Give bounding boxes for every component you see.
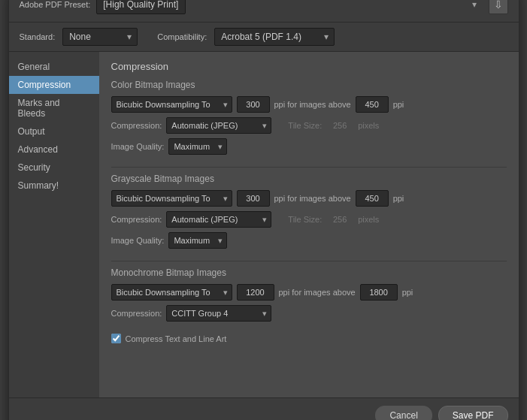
sidebar-item-output[interactable]: Output — [9, 122, 99, 141]
main-content: Compression Color Bitmap Images Do Not D… — [99, 52, 519, 397]
color-bitmap-title: Color Bitmap Images — [111, 80, 507, 90]
preset-label: Adobe PDF Preset: — [20, 0, 91, 9]
body-area: General Compression Marks and Bleeds Out… — [9, 52, 519, 397]
cancel-button[interactable]: Cancel — [375, 406, 432, 420]
compat-label: Compatibility: — [157, 32, 207, 41]
color-quality-label: Image Quality: — [111, 142, 165, 151]
gray-ppi-label: ppi — [393, 194, 404, 203]
color-tile-unit: pixels — [358, 121, 379, 130]
divider-1 — [111, 167, 507, 168]
gray-quality-label: Image Quality: — [111, 236, 165, 245]
color-tile-value: 256 — [326, 121, 353, 130]
color-quality-row: Image Quality: Minimum Low Medium High M… — [111, 138, 507, 155]
mono-bitmap-title: Monochrome Bitmap Images — [111, 267, 507, 278]
color-quality-wrapper: Minimum Low Medium High Maximum — [168, 138, 227, 155]
grayscale-bitmap-section: Grayscale Bitmap Images Do Not Downsampl… — [111, 174, 507, 249]
color-compression-row: Compression: None Automatic (JPEG) JPEG … — [111, 117, 507, 134]
divider-2 — [111, 261, 507, 261]
mono-bitmap-section: Monochrome Bitmap Images Do Not Downsamp… — [111, 267, 507, 322]
color-compression-wrapper: None Automatic (JPEG) JPEG JPEG2000 Loss… — [166, 117, 271, 134]
compat-select[interactable]: Acrobat 4 (PDF 1.3) Acrobat 5 (PDF 1.4) … — [214, 28, 335, 46]
save-preset-button[interactable]: ⇩ — [489, 0, 508, 14]
gray-tile-label: Tile Size: — [288, 215, 322, 224]
mono-ppi-above-label: ppi for images above — [279, 288, 356, 297]
compress-text-row: Compress Text and Line Art — [111, 334, 507, 343]
gray-ppi-input[interactable] — [237, 190, 270, 207]
mono-downsample-row: Do Not Downsample Average Downsampling T… — [111, 284, 507, 301]
mono-downsample-select[interactable]: Do Not Downsample Average Downsampling T… — [111, 284, 232, 301]
color-compression-select[interactable]: None Automatic (JPEG) JPEG JPEG2000 Loss… — [166, 117, 271, 134]
preset-select[interactable]: [High Quality Print] — [96, 0, 186, 14]
gray-compression-wrapper: None Automatic (JPEG) JPEG JPEG2000 Loss… — [166, 211, 271, 228]
sidebar-item-marks-bleeds[interactable]: Marks and Bleeds — [9, 94, 99, 122]
gray-compression-label: Compression: — [111, 215, 162, 224]
color-ppi-above-input[interactable] — [356, 96, 389, 113]
sidebar-item-summary[interactable]: Summary! — [9, 177, 99, 195]
gray-ppi-above-label: ppi for images above — [274, 194, 351, 203]
mono-compression-label: Compression: — [111, 309, 162, 318]
color-tile-label: Tile Size: — [288, 121, 322, 130]
gray-compression-row: Compression: None Automatic (JPEG) JPEG … — [111, 211, 507, 228]
sidebar: General Compression Marks and Bleeds Out… — [9, 52, 99, 397]
color-downsample-row: Do Not Downsample Average Downsampling T… — [111, 96, 507, 113]
gray-downsample-select[interactable]: Do Not Downsample Average Downsampling T… — [111, 190, 232, 207]
gray-downsample-row: Do Not Downsample Average Downsampling T… — [111, 190, 507, 207]
sidebar-item-security[interactable]: Security — [9, 159, 99, 177]
gray-tile-value: 256 — [326, 215, 353, 224]
mono-compression-row: Compression: None CCITT Group 3 CCITT Gr… — [111, 305, 507, 322]
standard-bar: Standard: None PDF/X-1a PDF/X-3 PDF/X-4 … — [9, 23, 519, 52]
gray-quality-row: Image Quality: Minimum Low Medium High M… — [111, 232, 507, 249]
compat-select-wrapper: Acrobat 4 (PDF 1.3) Acrobat 5 (PDF 1.4) … — [214, 28, 335, 46]
color-downsample-wrapper: Do Not Downsample Average Downsampling T… — [111, 96, 232, 113]
color-quality-select[interactable]: Minimum Low Medium High Maximum — [168, 138, 227, 155]
footer: Cancel Save PDF — [9, 397, 519, 420]
color-compression-label: Compression: — [111, 121, 162, 130]
color-bitmap-section: Color Bitmap Images Do Not Downsample Av… — [111, 80, 507, 155]
gray-tile-unit: pixels — [358, 215, 379, 224]
sidebar-item-compression[interactable]: Compression — [9, 76, 99, 94]
standard-select[interactable]: None PDF/X-1a PDF/X-3 PDF/X-4 — [62, 28, 138, 46]
grayscale-bitmap-title: Grayscale Bitmap Images — [111, 174, 507, 184]
color-downsample-select[interactable]: Do Not Downsample Average Downsampling T… — [111, 96, 232, 113]
preset-wrapper: [High Quality Print] — [96, 0, 482, 14]
color-ppi-above-label: ppi for images above — [274, 100, 351, 109]
standard-select-wrapper: None PDF/X-1a PDF/X-3 PDF/X-4 — [62, 28, 138, 46]
gray-compression-select[interactable]: None Automatic (JPEG) JPEG JPEG2000 Loss… — [166, 211, 271, 228]
top-bar: Adobe PDF Preset: [High Quality Print] ⇩ — [9, 0, 519, 23]
gray-ppi-above-input[interactable] — [356, 190, 389, 207]
sidebar-item-general[interactable]: General — [9, 58, 99, 76]
color-ppi-label: ppi — [393, 100, 404, 109]
section-title: Compression — [111, 61, 507, 72]
sidebar-item-advanced[interactable]: Advanced — [9, 141, 99, 159]
mono-compression-select[interactable]: None CCITT Group 3 CCITT Group 4 ZIP Run… — [166, 305, 271, 322]
gray-quality-wrapper: Minimum Low Medium High Maximum — [168, 232, 227, 249]
compress-text-label[interactable]: Compress Text and Line Art — [126, 334, 227, 343]
mono-ppi-label: ppi — [402, 288, 413, 297]
mono-ppi-input[interactable] — [237, 284, 274, 301]
mono-ppi-above-input[interactable] — [360, 284, 398, 301]
dialog: Adobe PDF Preset: [High Quality Print] ⇩… — [8, 0, 519, 420]
compress-text-checkbox[interactable] — [111, 334, 121, 343]
color-ppi-input[interactable] — [237, 96, 270, 113]
gray-quality-select[interactable]: Minimum Low Medium High Maximum — [168, 232, 227, 249]
gray-downsample-wrapper: Do Not Downsample Average Downsampling T… — [111, 190, 232, 207]
mono-downsample-wrapper: Do Not Downsample Average Downsampling T… — [111, 284, 232, 301]
save-pdf-button[interactable]: Save PDF — [438, 406, 508, 420]
mono-compression-wrapper: None CCITT Group 3 CCITT Group 4 ZIP Run… — [166, 305, 271, 322]
standard-label: Standard: — [20, 32, 56, 41]
